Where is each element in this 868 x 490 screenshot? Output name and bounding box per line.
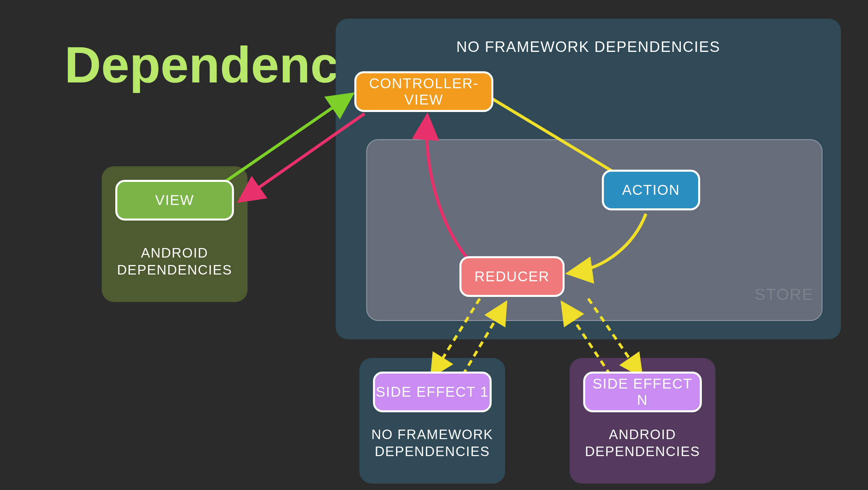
node-side-effect-1: SIDE EFFECT 1	[373, 372, 492, 412]
node-view: VIEW	[115, 180, 234, 221]
node-action: ACTION	[602, 170, 700, 210]
diagram-stage: Dependencies NO FRAMEWORK DEPENDENCIES S…	[0, 0, 868, 490]
node-controller-view: CONTROLLER-VIEW	[354, 71, 493, 112]
store-label: STORE	[754, 285, 813, 304]
node-side-effect-n: SIDE EFFECT N	[583, 372, 702, 412]
panel-no-framework-label: NO FRAMEWORK DEPENDENCIES	[441, 37, 736, 56]
panel-side-effect-1-caption: NO FRAMEWORK DEPENDENCIES	[359, 426, 505, 460]
panel-side-effect-n-caption: ANDROID DEPENDENCIES	[570, 426, 715, 460]
node-reducer: REDUCER	[459, 256, 565, 297]
panel-android-view-caption: ANDROID DEPENDENCIES	[102, 244, 248, 278]
